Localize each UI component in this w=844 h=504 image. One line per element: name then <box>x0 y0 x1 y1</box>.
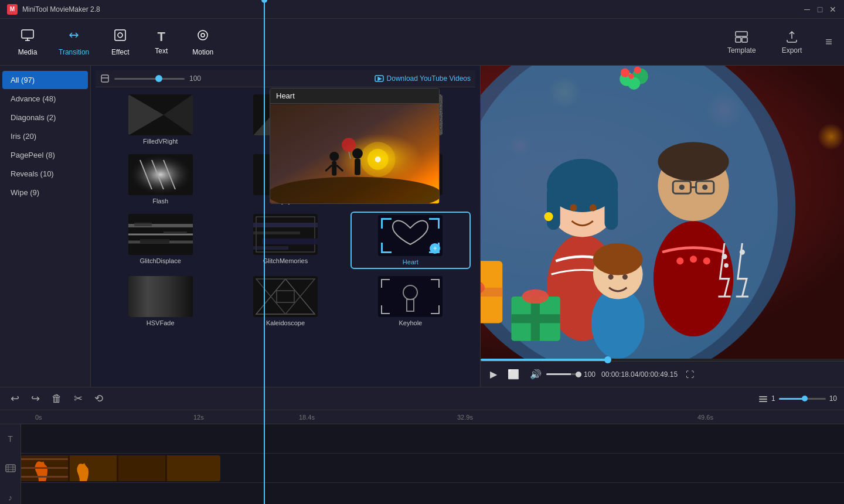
flash-label: Flash <box>152 197 168 205</box>
text-track-row: T <box>0 424 844 454</box>
sidebar-item-wipe[interactable]: Wipe (9) <box>2 183 88 202</box>
ruler-18s: 18.4s <box>299 414 315 421</box>
timeline-icon <box>758 394 768 403</box>
svg-rect-151 <box>355 159 360 175</box>
svg-rect-67 <box>381 305 382 314</box>
hover-preview-image <box>270 104 439 203</box>
minimize-button[interactable]: ─ <box>803 5 811 13</box>
export-button[interactable]: Export <box>775 26 809 58</box>
duration-slider[interactable] <box>114 78 185 80</box>
close-button[interactable]: ✕ <box>829 5 837 13</box>
toolbar-text[interactable]: T Text <box>141 26 182 59</box>
template-button[interactable]: Template <box>720 26 763 58</box>
transition-thumb-glitchdisplace <box>128 214 193 255</box>
volume-slider[interactable] <box>546 373 581 375</box>
title-bar-controls: ─ □ ✕ <box>803 5 837 13</box>
transition-filledvright[interactable]: FilledVRight <box>100 92 220 147</box>
svg-marker-11 <box>378 77 381 80</box>
keyhole-preview <box>378 276 443 317</box>
glitchdisplace-preview <box>128 214 193 255</box>
transition-thumb-keyhole <box>378 276 443 317</box>
redo-button[interactable]: ↪ <box>28 390 43 407</box>
ruler-12s: 12s <box>193 414 204 421</box>
transition-kaleidoscope[interactable]: Kaleidoscope <box>225 274 345 329</box>
playhead[interactable] <box>264 424 265 504</box>
sidebar-item-advance[interactable]: Advance (48) <box>2 90 88 108</box>
svg-rect-57 <box>253 276 318 317</box>
svg-rect-0 <box>22 30 33 38</box>
svg-rect-6 <box>736 38 741 42</box>
svg-rect-49 <box>381 218 383 229</box>
fullscreen-button[interactable]: ⛶ <box>683 367 696 382</box>
transition-icon <box>67 28 81 46</box>
text-track-icon: T <box>0 424 21 454</box>
hamburger-menu[interactable]: ≡ <box>821 30 837 53</box>
crop-button[interactable]: ⟲ <box>91 390 107 407</box>
sidebar-item-diagonals[interactable]: Diagonals (2) <box>2 108 88 127</box>
svg-rect-51 <box>438 218 440 229</box>
video-progress-bar[interactable] <box>481 359 844 361</box>
motion-label: Motion <box>192 48 213 56</box>
sidebar-item-pagepeel[interactable]: PagePeel (8) <box>2 146 88 164</box>
audio-track-row: ♪ <box>0 483 844 504</box>
svg-point-132 <box>723 255 726 258</box>
svg-point-105 <box>544 212 553 221</box>
svg-rect-56 <box>128 276 193 317</box>
keyhole-label: Keyhole <box>399 319 422 326</box>
heart-label: Heart <box>403 258 418 265</box>
svg-point-138 <box>621 69 629 77</box>
volume-value: 100 <box>584 370 595 379</box>
svg-point-137 <box>628 77 640 90</box>
svg-point-103 <box>570 204 577 211</box>
play-button[interactable]: ▶ <box>488 366 499 382</box>
transition-flash[interactable]: Flash <box>100 152 220 207</box>
svg-rect-102 <box>605 186 618 230</box>
transition-thumb-heart: + <box>378 215 443 256</box>
effect-icon <box>113 28 127 46</box>
svg-rect-69 <box>438 305 440 314</box>
sidebar-item-all[interactable]: All (97) <box>2 71 88 89</box>
svg-point-115 <box>690 256 697 263</box>
transition-heart[interactable]: + Heart <box>350 212 471 269</box>
filter-bar: 100 Download YouTube Videos <box>96 70 475 87</box>
svg-point-146 <box>329 152 339 161</box>
svg-rect-5 <box>736 32 747 36</box>
svg-point-150 <box>352 148 363 159</box>
volume-button[interactable]: 🔊 <box>528 366 544 382</box>
transition-glitchmemories[interactable]: GlitchMemories <box>225 212 345 269</box>
svg-rect-66 <box>381 313 390 314</box>
sidebar-item-reveals[interactable]: Reveals (10) <box>2 165 88 183</box>
export-icon <box>785 30 799 44</box>
zoom-slider[interactable] <box>779 398 826 400</box>
undo-button[interactable]: ↩ <box>7 390 23 407</box>
transition-thumb-kaleidoscope <box>253 276 318 317</box>
sidebar-item-iris[interactable]: Iris (20) <box>2 127 88 145</box>
download-youtube-button[interactable]: Download YouTube Videos <box>375 74 471 83</box>
transition-glitchdisplace[interactable]: GlitchDisplace <box>100 212 220 269</box>
toolbar-transition[interactable]: Transition <box>48 25 100 60</box>
svg-point-75 <box>818 123 844 149</box>
template-icon <box>734 30 748 44</box>
svg-point-154 <box>375 156 381 162</box>
svg-rect-157 <box>759 401 767 402</box>
cut-button[interactable]: ✂ <box>70 390 86 407</box>
svg-point-116 <box>703 257 710 264</box>
video-clip-4[interactable] <box>21 455 220 481</box>
restore-button[interactable]: □ <box>816 5 824 13</box>
svg-point-131 <box>522 290 549 304</box>
transition-thumb-flash <box>128 154 193 195</box>
transition-keyhole[interactable]: Keyhole <box>350 274 471 329</box>
svg-rect-1 <box>115 30 125 40</box>
glitchmemories-preview <box>253 214 318 255</box>
toolbar-media[interactable]: Media <box>7 25 48 60</box>
media-label: Media <box>18 48 38 56</box>
toolbar-motion[interactable]: Motion <box>182 25 224 60</box>
zoom-max-label: 10 <box>829 394 837 403</box>
timeline-controls: ↩ ↪ 🗑 ✂ ⟲ 1 10 <box>0 387 844 410</box>
screenshot-button[interactable]: ⬜ <box>505 366 522 382</box>
toolbar-effect[interactable]: Effect <box>100 25 141 60</box>
kaleidoscope-preview <box>253 276 318 317</box>
transition-hsvfade[interactable]: HSVFade <box>100 274 220 329</box>
delete-button[interactable]: 🗑 <box>48 390 66 407</box>
svg-rect-39 <box>164 231 187 234</box>
